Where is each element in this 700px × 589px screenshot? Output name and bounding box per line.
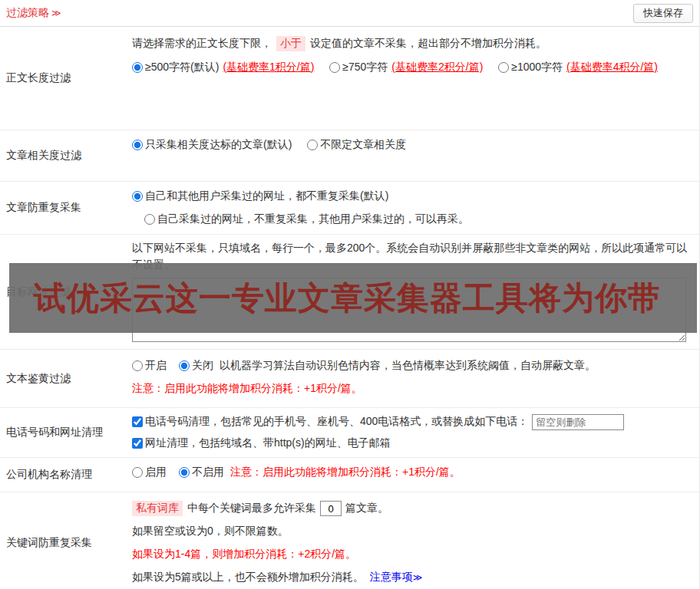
option-label: ≥1000字符 [511,61,563,74]
section-content: 电话号码清理，包括常见的手机号、座机号、400电话格式，或替换成如下电话： 网址… [132,408,699,457]
radio-porn-on[interactable] [132,360,143,371]
keyword-count-input[interactable] [320,501,342,516]
section-phone-url-cleanup: 电话号码和网址清理 电话号码清理，包括常见的手机号、座机号、400电话格式，或替… [0,408,699,458]
checkbox-phone-cleanup[interactable] [132,416,143,427]
option-750-chars[interactable]: ≥750字符 (基础费率2积分/篇) [329,55,483,79]
replacement-phone-input[interactable] [532,414,624,430]
option-company-off[interactable]: 不启用 [179,466,224,479]
option-label: 开启 [145,359,167,373]
porn-filter-options: 开启 关闭 以机器学习算法自动识别色情内容，当色情概率达到系统阈值，自动屏蔽文章… [132,354,693,377]
radio-porn-off[interactable] [179,360,190,371]
option-label: 自己和其他用户采集过的网址，都不重复采集(默认) [145,189,388,203]
section-label: 电话号码和网址清理 [0,408,132,457]
porn-filter-warning: 注意：启用此功能将增加积分消耗：+1积分/篇。 [132,377,693,400]
option-label: 不启用 [192,466,224,479]
option-label: 不限定文章相关度 [320,138,406,152]
less-than-highlight: 小于 [276,36,305,51]
option-1000-chars[interactable]: ≥1000字符 (基础费率4积分/篇) [498,55,658,79]
section-label: 文本鉴黄过滤 [0,350,132,407]
keyword-note-unlimited: 如果留空或设为0，则不限篇数。 [132,520,693,543]
title-collapse-icon[interactable]: ≫ [51,8,61,18]
option-label: 电话号码清理，包括常见的手机号、座机号、400电话格式，或替换成如下电话： [145,415,528,429]
radio-company-on[interactable] [132,467,143,478]
notice-link[interactable]: 注意事项≫ [370,571,423,584]
intro-text-after: 设定值的文章不采集，超出部分不增加积分消耗。 [310,37,546,51]
watermark-text: 试优采云这一专业文章采集器工具将为你带 [9,277,661,320]
option-company-on[interactable]: 启用 [132,466,167,479]
phone-cleanup-line: 电话号码清理，包括常见的手机号、座机号、400电话格式，或替换成如下电话： [132,411,693,433]
intro-text-before: 请选择需求的正文长度下限， [132,37,272,51]
option-label: 只采集相关度达标的文章(默认) [145,138,292,152]
radio-750-chars[interactable] [329,62,340,73]
option-rate-note: (基础费率2积分/篇) [391,61,483,74]
section-content: 只采集相关度达标的文章(默认) 不限定文章相关度 [132,130,699,181]
notice-link-arrow-icon: ≫ [413,572,423,583]
keyword-limit-line: 私有词库 中每个关键词最多允许采集 篇文章。 [132,497,693,520]
quick-save-button[interactable]: 快速保存 [633,4,693,23]
page-title-group: 过滤策略≫ [6,6,61,20]
radio-dedup-all-users[interactable] [132,191,143,202]
option-label: 网址清理，包括纯域名、带http(s)的网址、电子邮箱 [145,436,391,450]
option-phone-cleanup[interactable]: 电话号码清理，包括常见的手机号、座机号、400电话格式，或替换成如下电话： [132,415,528,429]
radio-relevance-any[interactable] [307,140,318,150]
section-content: 私有词库 中每个关键词最多允许采集 篇文章。 如果留空或设为0，则不限篇数。 如… [132,492,699,589]
section-porn-filter: 文本鉴黄过滤 开启 关闭 以机器学习算法自动识别色情内容，当色情概率达到系统阈值… [0,350,699,408]
section-keyword-dedup: 关键词防重复采集 私有词库 中每个关键词最多允许采集 篇文章。 如果留空或设为0… [0,492,699,589]
option-label: ≥750字符 [342,61,388,74]
option-relevance-any[interactable]: 不限定文章相关度 [307,133,406,156]
section-relevance-filter: 文章相关度过滤 只采集相关度达标的文章(默认) 不限定文章相关度 [0,130,699,182]
body-length-intro: 请选择需求的正文长度下限， 小于 设定值的文章不采集，超出部分不增加积分消耗。 [132,31,693,55]
option-relevance-only[interactable]: 只采集相关度达标的文章(默认) [132,133,292,156]
section-dedup-collection: 文章防重复采集 自己和其他用户采集过的网址，都不重复采集(默认) 自己采集过的网… [0,182,699,235]
radio-relevance-only[interactable] [132,140,143,150]
option-rate-note: (基础费率1积分/篇) [223,61,314,74]
section-content: 启用 不启用 注意：启用此功能将增加积分消耗：+1积分/篇。 [132,458,699,492]
option-porn-on[interactable]: 开启 [132,359,167,373]
option-porn-off[interactable]: 关闭 [179,359,213,373]
option-label: ≥500字符(默认) [145,61,219,74]
radio-1000-chars[interactable] [498,62,509,73]
section-label: 文章防重复采集 [0,182,132,234]
section-company-name-cleanup: 公司机构名称清理 启用 不启用 注意：启用此功能将增加积分消耗：+1积分/篇。 [0,458,699,492]
option-500-chars[interactable]: ≥500字符(默认) (基础费率1积分/篇) [132,55,314,79]
option-dedup-all-users[interactable]: 自己和其他用户采集过的网址，都不重复采集(默认) [132,185,388,208]
top-bar: 过滤策略≫ 快速保存 [0,0,699,27]
option-label: 自己采集过的网址，不重复采集，其他用户采集过的，可以再采。 [157,212,469,226]
section-content: 请选择需求的正文长度下限， 小于 设定值的文章不采集，超出部分不增加积分消耗。 … [132,27,699,130]
checkbox-url-cleanup[interactable] [132,438,143,449]
radio-dedup-self-only[interactable] [144,214,155,225]
section-content: 自己和其他用户采集过的网址，都不重复采集(默认) 自己采集过的网址，不重复采集，… [132,182,699,234]
option-dedup-self-only[interactable]: 自己采集过的网址，不重复采集，其他用户采集过的，可以再采。 [144,208,469,231]
keyword-limit-text: 中每个关键词最多允许采集 [187,502,316,515]
private-lexicon-highlight: 私有词库 [132,501,183,516]
option-url-cleanup[interactable]: 网址清理，包括纯域名、带http(s)的网址、电子邮箱 [132,433,391,454]
notice-link-label: 注意事项 [370,571,413,583]
porn-filter-description: 以机器学习算法自动识别色情内容，当色情概率达到系统阈值，自动屏蔽文章。 [220,359,596,373]
section-label: 正文长度过滤 [0,27,132,130]
radio-500-chars[interactable] [132,62,143,73]
keyword-note-free: 如果设为5篇或以上，也不会额外增加积分消耗。 [132,571,364,584]
option-label: 关闭 [192,359,213,373]
keyword-limit-text-end: 篇文章。 [345,502,388,515]
section-body-length-filter: 正文长度过滤 请选择需求的正文长度下限， 小于 设定值的文章不采集，超出部分不增… [0,27,699,130]
keyword-note-cost: 如果设为1-4篇，则增加积分消耗：+2积分/篇。 [132,543,693,566]
section-label: 关键词防重复采集 [0,492,132,589]
section-label: 公司机构名称清理 [0,458,132,492]
radio-company-off[interactable] [179,467,190,478]
page-title: 过滤策略 [6,6,49,18]
option-rate-note: (基础费率4积分/篇) [566,61,658,74]
option-label: 启用 [145,466,167,479]
company-cleanup-warning: 注意：启用此功能将增加积分消耗：+1积分/篇。 [230,466,461,479]
section-content: 开启 关闭 以机器学习算法自动识别色情内容，当色情概率达到系统阈值，自动屏蔽文章… [132,350,699,407]
section-label: 文章相关度过滤 [0,130,132,181]
keyword-note-free-line: 如果设为5篇或以上，也不会额外增加积分消耗。 注意事项≫ [132,566,693,589]
company-cleanup-options: 启用 不启用 注意：启用此功能将增加积分消耗：+1积分/篇。 [132,461,693,484]
watermark-banner: 试优采云这一专业文章采集器工具将为你带 [9,263,697,333]
